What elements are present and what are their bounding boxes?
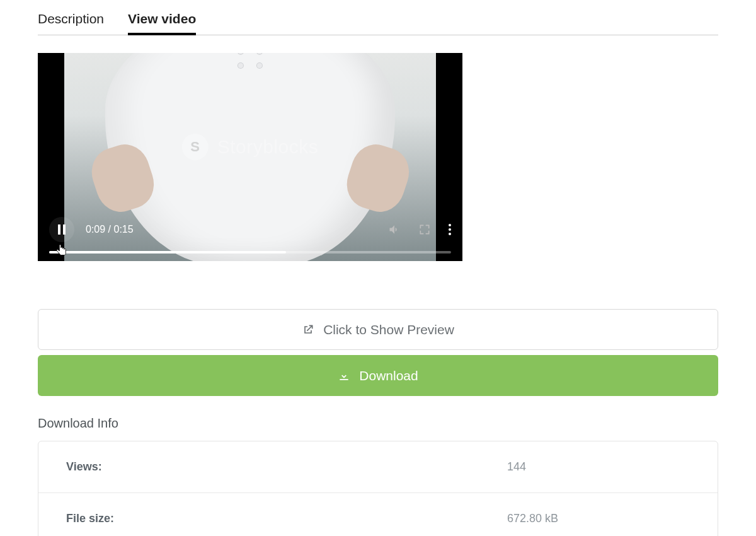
time-display: 0:09 / 0:15	[86, 224, 134, 235]
volume-button[interactable]	[388, 223, 401, 236]
external-link-icon	[302, 323, 314, 336]
download-button[interactable]: Download	[38, 355, 718, 396]
video-controls: 0:09 / 0:15	[38, 211, 462, 261]
pause-button[interactable]	[49, 217, 74, 242]
show-preview-label: Click to Show Preview	[323, 322, 454, 337]
show-preview-button[interactable]: Click to Show Preview	[38, 309, 718, 350]
tab-bar: Description View video	[38, 11, 718, 35]
info-value: 672.80 kB	[507, 512, 690, 525]
progress-fill	[49, 251, 286, 253]
info-row-filesize: File size: 672.80 kB	[38, 493, 718, 536]
more-vertical-icon	[449, 224, 451, 226]
tab-description[interactable]: Description	[38, 11, 104, 35]
info-label: File size:	[66, 512, 507, 525]
pause-icon	[58, 224, 66, 235]
progress-bar[interactable]	[49, 251, 451, 253]
info-label: Views:	[66, 460, 507, 474]
info-value: 144	[507, 460, 690, 474]
fullscreen-icon	[418, 223, 431, 236]
download-info-box: Views: 144 File size: 672.80 kB	[38, 441, 718, 536]
volume-icon	[388, 223, 401, 236]
download-info-title: Download Info	[38, 416, 718, 431]
fullscreen-button[interactable]	[418, 223, 431, 236]
download-icon	[338, 370, 350, 382]
download-label: Download	[359, 368, 418, 383]
video-player[interactable]: S Storyblocks 0:09 / 0:15	[38, 53, 462, 261]
tab-view-video[interactable]: View video	[128, 11, 196, 35]
more-options-button[interactable]	[449, 224, 451, 235]
info-row-views: Views: 144	[38, 441, 718, 493]
